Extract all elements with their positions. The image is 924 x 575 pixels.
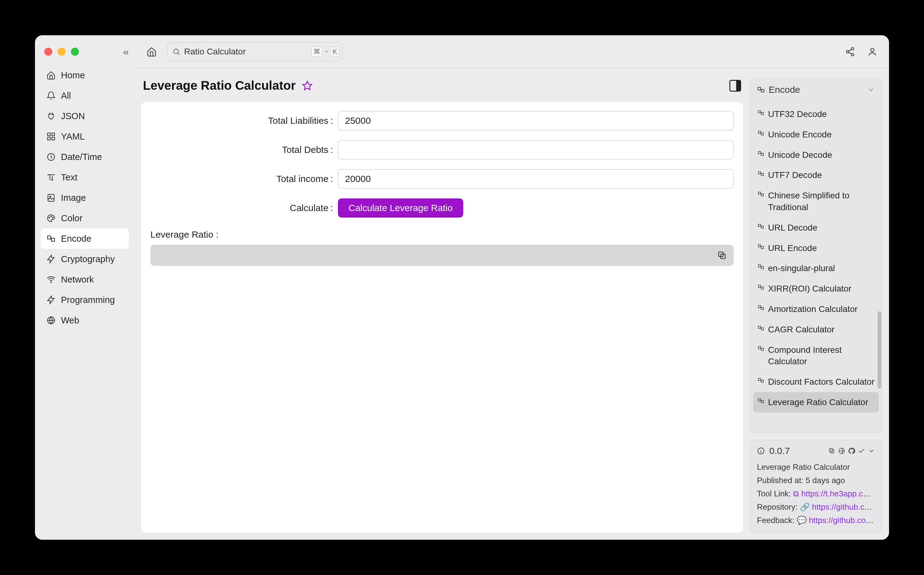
nav-item-web[interactable]: Web (41, 310, 129, 330)
tool-item[interactable]: UTF7 Decode (753, 165, 879, 185)
input-total-debts[interactable] (338, 140, 734, 159)
svg-rect-32 (759, 192, 760, 194)
svg-rect-36 (759, 245, 760, 247)
copy-icon[interactable] (828, 447, 835, 454)
tool-item[interactable]: URL Decode (753, 218, 879, 238)
encode-icon (757, 325, 764, 332)
copy-link-icon[interactable]: ⧉ (793, 489, 799, 498)
nav-label: Image (61, 193, 86, 203)
tool-item-label: URL Decode (768, 222, 817, 233)
minimize-window-button[interactable] (57, 48, 66, 56)
tool-item-label: Discount Factors Calculator (768, 376, 875, 388)
tool-item[interactable]: URL Encode (753, 238, 879, 259)
svg-rect-11 (51, 238, 54, 241)
tool-item-label: UTF7 Decode (768, 169, 822, 181)
right-column: Encode UTF32 DecodeUnicode EncodeUnicode… (750, 79, 882, 533)
nav-item-yaml[interactable]: YAML (41, 126, 129, 147)
favorite-button[interactable] (302, 81, 313, 91)
label-total-income: Total income (151, 174, 333, 184)
tool-item[interactable]: Unicode Encode (753, 124, 879, 145)
nav-item-home[interactable]: Home (41, 65, 129, 86)
svg-rect-23 (761, 89, 764, 92)
encode-icon (757, 191, 764, 197)
feedback-link[interactable]: https://github.com/… (809, 516, 875, 525)
nav-list: Home All JSON YAML Date/Time Text (35, 65, 134, 330)
nav-item-network[interactable]: Network (41, 269, 129, 290)
encode-icon (46, 234, 56, 243)
encode-panel-header[interactable]: Encode (750, 79, 882, 101)
share-button[interactable] (843, 44, 857, 59)
link-icon[interactable]: 🔗 (800, 502, 810, 511)
nav-label: Encode (61, 233, 91, 244)
center-column: Leverage Ratio Calculator Total Liabilit… (141, 79, 743, 533)
nav-item-all[interactable]: All (41, 86, 129, 106)
user-button[interactable] (865, 44, 880, 59)
tool-item[interactable]: Compound Interest Calculator (753, 340, 879, 372)
page-header: Leverage Ratio Calculator (141, 79, 743, 97)
svg-rect-22 (758, 87, 760, 90)
tool-item[interactable]: XIRR(ROI) Calculator (753, 278, 879, 299)
globe-icon[interactable] (838, 447, 845, 454)
collapse-sidebar-button[interactable] (122, 48, 130, 57)
svg-rect-45 (761, 328, 764, 330)
repo-link[interactable]: https://github.com… (812, 502, 875, 511)
svg-point-16 (846, 51, 849, 53)
close-window-button[interactable] (44, 48, 52, 56)
input-total-liabilities[interactable] (338, 111, 734, 130)
info-icons (828, 447, 875, 454)
search-box[interactable]: ⌘ + K (167, 42, 343, 61)
input-total-income[interactable] (338, 169, 734, 189)
copy-result-button[interactable] (717, 250, 727, 260)
tool-item[interactable]: Discount Factors Calculator (753, 372, 879, 392)
window-controls (35, 40, 134, 65)
nav-item-programming[interactable]: Programming (41, 290, 129, 310)
svg-rect-35 (761, 226, 764, 228)
tool-item[interactable]: Leverage Ratio Calculator (753, 392, 879, 413)
home-button[interactable] (144, 44, 160, 60)
chevron-down-icon[interactable] (868, 447, 875, 454)
page-title: Leverage Ratio Calculator (143, 79, 296, 92)
nav-item-encode[interactable]: Encode (41, 229, 129, 249)
info-feedback: Feedback: 💬 https://github.com/… (757, 514, 875, 527)
chat-icon[interactable]: 💬 (797, 516, 807, 525)
result-label: Leverage Ratio : (151, 227, 734, 245)
nav-label: Programming (61, 295, 115, 305)
tool-item-label: Chinese Simplified to Traditional (768, 190, 875, 213)
calculate-button[interactable]: Calculate Leverage Ratio (338, 199, 463, 218)
search-input[interactable] (184, 47, 308, 57)
tool-item-label: Compound Interest Calculator (768, 344, 875, 368)
scrollbar-thumb[interactable] (878, 311, 881, 389)
tool-link[interactable]: https://t.he3app.co… (801, 489, 875, 498)
encode-icon (757, 223, 764, 230)
nav-item-text[interactable]: Text (41, 167, 129, 187)
maximize-window-button[interactable] (71, 48, 79, 56)
encode-icon (757, 86, 765, 94)
nav-item-datetime[interactable]: Date/Time (41, 147, 129, 167)
nav-item-json[interactable]: JSON (41, 106, 129, 126)
toggle-right-panel-button[interactable] (729, 80, 741, 92)
github-icon[interactable] (848, 447, 855, 454)
svg-rect-40 (759, 285, 760, 288)
tool-item-label: Amortization Calculator (768, 303, 857, 315)
info-panel: 0.0.7 Leverage Ratio Calculator Publishe… (750, 440, 882, 533)
svg-rect-33 (761, 194, 764, 196)
tool-item[interactable]: Amortization Calculator (753, 299, 879, 319)
svg-rect-10 (48, 236, 51, 239)
tool-item[interactable]: CAGR Calculator (753, 319, 879, 340)
tool-item[interactable]: UTF32 Decode (753, 104, 879, 124)
nav-item-cryptography[interactable]: Cryptography (41, 249, 129, 269)
encode-panel: Encode UTF32 DecodeUnicode EncodeUnicode… (750, 79, 882, 433)
tool-item[interactable]: Unicode Decode (753, 145, 879, 165)
nav-item-image[interactable]: Image (41, 187, 129, 208)
info-name: Leverage Ratio Calculator (757, 461, 875, 474)
zap-icon (46, 254, 56, 264)
svg-rect-47 (761, 348, 764, 350)
tool-item[interactable]: en-singular-plural (753, 258, 879, 278)
nav-item-color[interactable]: Color (41, 208, 129, 229)
tool-list[interactable]: UTF32 DecodeUnicode EncodeUnicode Decode… (750, 101, 882, 415)
main-area: ⌘ + K Leverage Ratio Calculator (134, 35, 889, 540)
clock-icon (46, 152, 56, 162)
tool-item[interactable]: Chinese Simplified to Traditional (753, 185, 879, 218)
check-icon[interactable] (858, 447, 865, 454)
svg-rect-39 (761, 267, 764, 268)
